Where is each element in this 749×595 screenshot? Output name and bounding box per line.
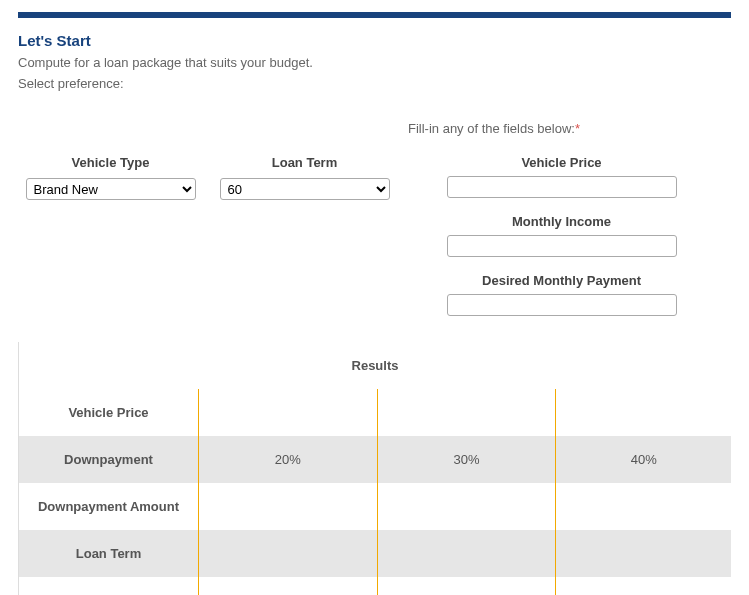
row-cell [378,389,557,436]
row-label: Vehicle Price [19,389,199,436]
form-area: Fill-in any of the fields below:* Vehicl… [18,97,731,332]
loan-term-label: Loan Term [272,155,338,170]
table-row: Downpayment Amount [19,483,731,530]
fill-in-instruction: Fill-in any of the fields below:* [408,121,580,136]
loan-term-select[interactable]: 60 [220,178,390,200]
results-table-wrap: Results Vehicle PriceDownpayment20%30%40… [18,342,731,595]
subtitle-line-1: Compute for a loan package that suits yo… [18,55,731,70]
monthly-income-input[interactable] [447,235,677,257]
vehicle-type-label: Vehicle Type [72,155,150,170]
row-cell [378,483,557,530]
form-grid: Vehicle Type Brand New Loan Term 60 Vehi… [18,155,731,332]
row-cell [378,577,557,595]
row-cell: 20% [199,436,378,483]
row-cell [199,389,378,436]
row-cell: 40% [556,436,731,483]
desired-monthly-label: Desired Monthly Payment [482,273,641,288]
fill-in-text: Fill-in any of the fields below: [408,121,575,136]
subtitle-line-2: Select preference: [18,76,731,91]
right-fields-stack: Vehicle Price Monthly Income Desired Mon… [392,155,731,332]
table-row: Vehicle Price [19,389,731,436]
row-cell [556,577,731,595]
fill-in-wrap: Fill-in any of the fields below:* [408,97,580,150]
row-label: Loan Amount [19,577,199,595]
table-row: Loan Amount [19,577,731,595]
row-label: Downpayment Amount [19,483,199,530]
row-cell [556,389,731,436]
vehicle-type-group: Vehicle Type Brand New [18,155,203,200]
desired-monthly-group: Desired Monthly Payment [447,273,677,316]
row-cell: 30% [378,436,557,483]
results-header: Results [19,342,731,389]
row-cell [556,530,731,577]
content-container: Let's Start Compute for a loan package t… [0,18,749,595]
row-label: Downpayment [19,436,199,483]
table-row: Loan Term [19,530,731,577]
vehicle-type-select[interactable]: Brand New [26,178,196,200]
page-title: Let's Start [18,32,731,49]
monthly-income-group: Monthly Income [447,214,677,257]
required-asterisk: * [575,121,580,136]
vehicle-price-label: Vehicle Price [521,155,601,170]
left-selects: Vehicle Type Brand New Loan Term 60 [18,155,392,332]
row-cell [199,483,378,530]
row-cell [199,577,378,595]
table-row: Downpayment20%30%40% [19,436,731,483]
desired-monthly-input[interactable] [447,294,677,316]
results-table: Results Vehicle PriceDownpayment20%30%40… [19,342,731,595]
vehicle-price-group: Vehicle Price [447,155,677,198]
vehicle-price-input[interactable] [447,176,677,198]
results-header-row: Results [19,342,731,389]
loan-term-group: Loan Term 60 [217,155,392,200]
row-label: Loan Term [19,530,199,577]
row-cell [378,530,557,577]
monthly-income-label: Monthly Income [512,214,611,229]
row-cell [556,483,731,530]
row-cell [199,530,378,577]
